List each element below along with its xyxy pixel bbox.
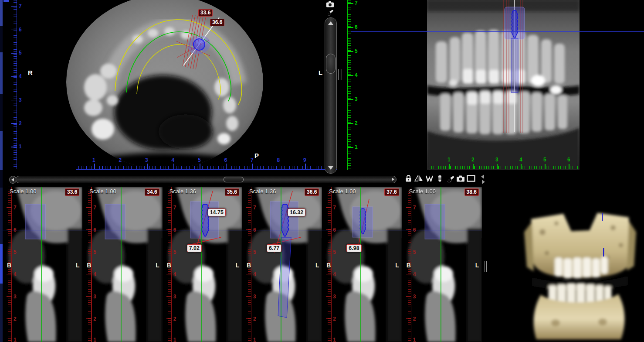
mirror-flip-icon[interactable] <box>414 174 424 183</box>
orientation-label-lingual: L <box>156 262 159 269</box>
orientation-label-lingual: L <box>236 262 240 269</box>
vertical-scrollbar-thumb[interactable] <box>326 54 336 74</box>
slice-position-badge: 34.6 <box>145 188 159 196</box>
scale-label: Scale 1.36 <box>249 188 276 195</box>
orientation-label-buccal: B <box>167 262 171 269</box>
splitter-grip-bottom[interactable] <box>483 261 487 272</box>
cross-section-panel[interactable]: 76 54 32 1 Scale 1.00 34.6 B L <box>82 187 162 342</box>
cross-section-image <box>163 187 242 342</box>
handpiece-icon[interactable] <box>445 174 455 183</box>
collapse-left-icon[interactable] <box>481 174 484 179</box>
lock-icon[interactable] <box>403 174 413 183</box>
scroll-down-icon[interactable] <box>328 166 333 170</box>
volume-render-image <box>516 192 644 342</box>
pano-curve-position-line <box>121 187 122 342</box>
pano-vertical-ruler: 7654321 <box>345 0 363 171</box>
slice-position-badge: 35.6 <box>225 188 239 196</box>
cross-section-image <box>402 187 482 342</box>
scroll-right-icon[interactable] <box>392 178 394 181</box>
implant-depth-label: 7.02 <box>187 244 202 252</box>
sections-crosshair-line <box>3 230 482 230</box>
pano-curve-position-line <box>41 187 42 342</box>
cross-section-panel[interactable]: 76 54 32 1 Scale 1.00 33.6 B L <box>3 187 82 342</box>
slice-badge-36: 36.6 <box>210 19 224 26</box>
splitter-grip[interactable] <box>338 69 342 80</box>
cross-section-image <box>242 187 322 342</box>
scale-label: Scale 1.00 <box>10 188 36 195</box>
implant-planning-workstation: 7654321 12345678910 R P 33.6 36.6 L 7654… <box>0 0 644 342</box>
pano-curve-position-line <box>281 187 281 342</box>
slice-position-badge: 37.6 <box>384 188 399 196</box>
pano-curve-position-line <box>441 187 441 342</box>
pano-crosshair-line <box>351 31 644 32</box>
volume-3d-view[interactable] <box>516 192 644 342</box>
cross-section-image <box>82 187 162 342</box>
cross-section-image <box>322 187 402 342</box>
scale-label: Scale 1.00 <box>89 188 116 195</box>
implant-zone-overlay <box>105 204 125 239</box>
scroll-left-icon <box>11 178 14 181</box>
implant-depth-label: 6.98 <box>346 244 361 252</box>
pano-curve-position-line <box>201 187 202 342</box>
implant-length-label: 14.75 <box>208 209 226 216</box>
slice-badge-33: 33.6 <box>198 9 213 17</box>
orientation-label-lingual: L <box>475 262 479 269</box>
panoramic-image <box>427 0 580 170</box>
slice-position-badge: 33.6 <box>65 188 79 196</box>
slice-position-badge: 36.6 <box>305 188 319 196</box>
orientation-label-buccal: B <box>87 262 91 269</box>
orientation-label-buccal: B <box>326 262 331 269</box>
orientation-label-buccal: B <box>7 262 11 269</box>
orientation-label-right: R <box>28 69 33 76</box>
implant-length-label: 16.32 <box>288 209 305 216</box>
axial-ct-image <box>3 0 338 174</box>
orientation-label-lingual: L <box>315 262 319 269</box>
pano-curve-position-line <box>360 187 361 342</box>
collapse-right-icon[interactable] <box>482 180 485 184</box>
cross-section-panel[interactable]: 76 54 32 1 Scale 1.00 37.6 6.98 B L <box>322 187 402 342</box>
handpiece-icon[interactable] <box>325 8 335 16</box>
orientation-label-left: L <box>319 69 322 76</box>
orientation-label-lingual: L <box>76 262 80 269</box>
orientation-label-posterior: P <box>254 152 259 159</box>
cross-section-panel[interactable]: 76 54 32 1 Scale 1.36 35.6 14.75 7.02 B … <box>163 187 242 342</box>
slice-position-badge: 38.6 <box>464 188 479 196</box>
panoramic-view-panel[interactable] <box>427 0 580 170</box>
implant-zone-overlay <box>25 204 45 239</box>
cross-sections-row: 76 54 32 1 Scale 1.00 33.6 B L <box>3 187 482 342</box>
axial-vertical-scrollbar[interactable] <box>325 17 337 174</box>
orientation-label-lingual: L <box>395 262 399 269</box>
scale-label: Scale 1.00 <box>409 188 436 195</box>
implant-zone-overlay <box>425 204 445 239</box>
camera-icon[interactable] <box>456 174 465 183</box>
pano-horizontal-scrollbar[interactable] <box>16 176 397 183</box>
view-toolbar <box>403 174 476 183</box>
camera-icon[interactable] <box>325 0 335 8</box>
orientation-label-buccal: B <box>407 262 411 269</box>
scale-label: Scale 1.00 <box>329 188 356 195</box>
cross-section-image <box>3 187 82 342</box>
implant-icon[interactable] <box>435 174 444 183</box>
panel-collapse-arrows <box>480 174 486 185</box>
scroll-up-icon[interactable] <box>328 21 333 25</box>
implant-depth-label: 6.77 <box>267 244 281 252</box>
cross-section-panel[interactable]: 76 54 32 1 Scale 1.36 36.6 16.32 6.77 B … <box>242 187 322 342</box>
orientation-label-buccal: B <box>247 262 251 269</box>
window-layout-icon[interactable] <box>466 174 476 183</box>
axial-view-panel[interactable]: 7654321 12345678910 R P 33.6 36.6 <box>3 0 338 174</box>
cross-section-panel[interactable]: 76 54 32 1 Scale 1.00 38.6 B L <box>402 187 482 342</box>
scale-label: Scale 1.36 <box>169 188 196 195</box>
horizontal-scrollbar-thumb[interactable] <box>224 177 244 182</box>
pano-curve-icon[interactable] <box>424 174 434 183</box>
